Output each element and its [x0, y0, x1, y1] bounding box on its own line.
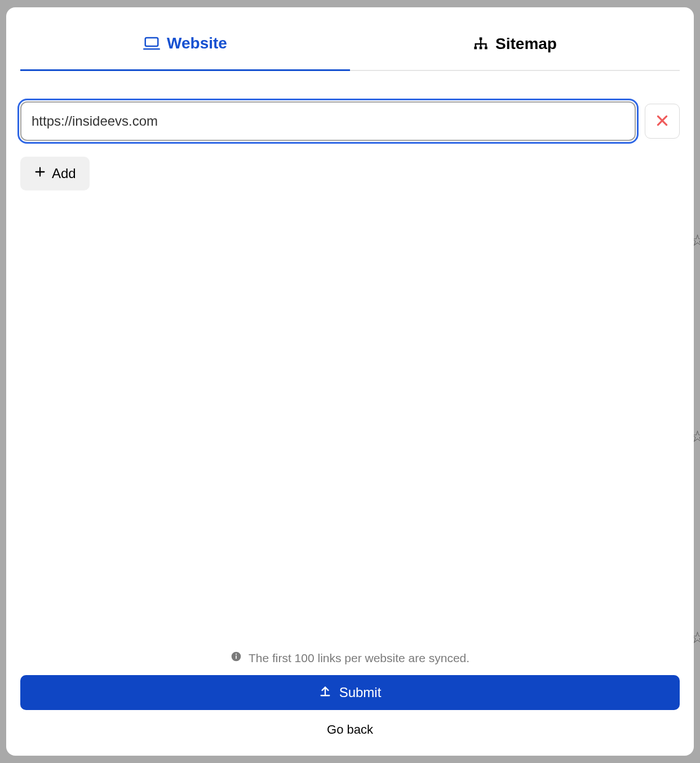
svg-rect-3	[474, 46, 477, 49]
svg-rect-2	[480, 37, 482, 40]
tab-website[interactable]: Website	[20, 24, 350, 71]
upload-icon	[319, 685, 331, 700]
source-tabs: Website Sitemap	[20, 24, 680, 71]
info-message: The first 100 links per website are sync…	[20, 651, 680, 665]
svg-rect-5	[485, 46, 488, 49]
info-text: The first 100 links per website are sync…	[249, 651, 469, 665]
sitemap-icon	[473, 36, 489, 52]
tab-sitemap-label: Sitemap	[495, 35, 557, 53]
svg-rect-11	[236, 655, 237, 659]
plus-icon	[34, 166, 46, 181]
add-button-label: Add	[52, 166, 76, 181]
svg-point-12	[236, 654, 237, 655]
url-input[interactable]	[20, 101, 636, 141]
tab-sitemap[interactable]: Sitemap	[350, 24, 680, 71]
svg-rect-4	[480, 46, 482, 49]
url-row	[20, 101, 680, 141]
close-icon	[655, 113, 670, 130]
go-back-label: Go back	[327, 722, 373, 737]
submit-button-label: Submit	[339, 685, 382, 700]
url-input-modal: Website Sitemap	[6, 7, 694, 756]
laptop-icon	[143, 35, 160, 52]
submit-button[interactable]: Submit	[20, 675, 680, 710]
go-back-button[interactable]: Go back	[20, 718, 680, 742]
add-url-button[interactable]: Add	[20, 157, 90, 190]
remove-url-button[interactable]	[645, 104, 680, 139]
info-icon	[231, 651, 242, 665]
svg-rect-0	[145, 38, 158, 46]
tab-website-label: Website	[167, 34, 227, 52]
